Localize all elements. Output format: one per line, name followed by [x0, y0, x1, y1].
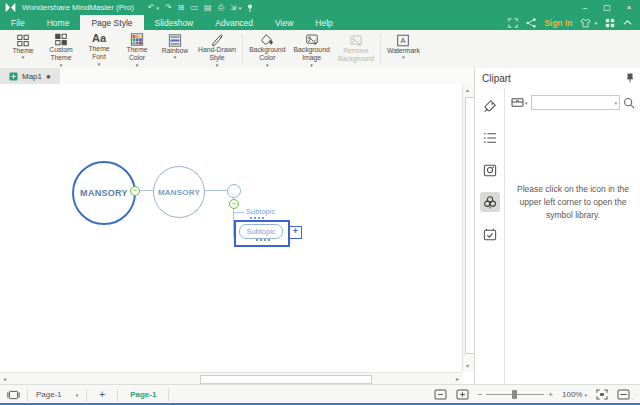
- svg-text:A: A: [401, 36, 406, 45]
- outline-list-icon[interactable]: [480, 128, 500, 148]
- save-icon[interactable]: ▤: [204, 3, 212, 12]
- subtopic-1-handle-dots: [250, 217, 264, 219]
- maximize-button[interactable]: ▢: [596, 0, 618, 15]
- category-caret-icon: ▾: [525, 100, 528, 106]
- hand-drawn-style-button[interactable]: Hand-DrawnStyle ▾: [194, 30, 240, 68]
- shirt-caret-icon[interactable]: ▾: [594, 20, 597, 26]
- main-topic-node[interactable]: MANSORY: [153, 166, 205, 218]
- subtopic-1-label[interactable]: Subtopic: [246, 207, 275, 216]
- watermark-button[interactable]: A Watermark ▾: [383, 30, 424, 68]
- apps-grid-icon[interactable]: [605, 18, 615, 28]
- theme-font-button[interactable]: Aa ThemeFont ▾: [80, 30, 118, 68]
- clipart-search-input[interactable]: [531, 95, 620, 110]
- menu-view[interactable]: View: [264, 15, 304, 30]
- tab-map1[interactable]: Map1 ●: [0, 68, 60, 84]
- zoom-slider-thumb[interactable]: [512, 390, 517, 399]
- zoom-level-control[interactable]: 100% ▾: [562, 390, 587, 399]
- scroll-left-icon[interactable]: ◂: [3, 376, 6, 382]
- theme-color-label-1: Theme: [126, 46, 147, 54]
- theme-icon: [16, 33, 30, 47]
- subtopic-2-selection-box[interactable]: Subtopic: [234, 220, 290, 247]
- rainbow-button[interactable]: Rainbow ▾: [156, 30, 194, 68]
- quick-access-toolbar: ↶ ▾ ↷ ⊞ ▭ ▤ ⎙ ⇲ ▾: [148, 3, 253, 13]
- export-icon[interactable]: ⇲: [230, 3, 237, 12]
- menu-home[interactable]: Home: [36, 15, 81, 30]
- menu-advanced[interactable]: Advanced: [204, 15, 264, 30]
- central-topic-node[interactable]: MANSORY: [72, 161, 136, 225]
- mindmap-canvas[interactable]: MANSORY − MANSORY − Subtopic Subtopic +: [0, 84, 462, 372]
- undo-caret-icon[interactable]: ▾: [157, 5, 160, 11]
- zoom-level-caret-icon: ▾: [584, 392, 587, 398]
- clipart-search-box: ▾: [531, 95, 620, 110]
- picture-library-icon[interactable]: [480, 160, 500, 180]
- share-icon[interactable]: [526, 18, 536, 28]
- pin-panel-icon[interactable]: [626, 73, 634, 83]
- undo-icon[interactable]: ↶: [148, 3, 155, 12]
- ribbon-toolbar: Theme ▾ CustomTheme ▾ Aa ThemeFont ▾ The…: [0, 30, 640, 69]
- task-library-icon[interactable]: [480, 224, 500, 244]
- close-button[interactable]: ×: [618, 0, 640, 15]
- watermark-caret-icon: ▾: [402, 55, 405, 61]
- title-bar: Wondershare MindMaster (Pro) ↶ ▾ ↷ ⊞ ▭ ▤…: [0, 0, 640, 15]
- fit-to-screen-icon[interactable]: [596, 389, 608, 400]
- status-bar: Page-1 ▾ + Page-1 − + 100% ▾ ⋰: [0, 384, 640, 404]
- background-image-button[interactable]: BackgroundImage ▾: [289, 30, 333, 68]
- collapse-ribbon-icon[interactable]: [623, 19, 632, 26]
- edge-subtopic1: [233, 212, 244, 213]
- sign-in-button[interactable]: Sign In: [544, 18, 572, 28]
- clipart-panel-title: Clipart: [482, 73, 511, 84]
- rainbow-icon: [168, 33, 182, 47]
- open-file-icon[interactable]: ▭: [191, 3, 199, 12]
- menu-help[interactable]: Help: [304, 15, 343, 30]
- subtopic-2-node[interactable]: Subtopic: [239, 224, 283, 239]
- export-caret-icon[interactable]: ▾: [239, 5, 242, 11]
- scroll-right-icon[interactable]: ▸: [456, 376, 459, 382]
- print-icon[interactable]: ⎙: [218, 3, 224, 13]
- page-selector[interactable]: Page-1 ▾: [28, 390, 86, 399]
- horizontal-scroll-thumb[interactable]: [200, 375, 372, 384]
- scroll-up-icon[interactable]: ▴: [466, 87, 469, 93]
- statusbar-divider: [168, 389, 169, 401]
- page-1-tab[interactable]: Page-1: [118, 385, 168, 404]
- theme-button[interactable]: Theme ▾: [4, 30, 42, 68]
- hide-panel-icon[interactable]: [617, 389, 630, 400]
- page-selector-caret-icon: ▾: [76, 392, 79, 398]
- add-subtopic-button[interactable]: +: [289, 226, 302, 239]
- scroll-down-icon[interactable]: ▾: [466, 363, 469, 369]
- clipart-category-icon[interactable]: ▾: [511, 97, 528, 108]
- theme-color-button[interactable]: ThemeColor ▾: [118, 30, 156, 68]
- redo-icon[interactable]: ↷: [165, 3, 172, 12]
- menu-page-style[interactable]: Page Style: [80, 15, 143, 30]
- branch-point-node[interactable]: [227, 184, 241, 198]
- pin-toolbar-icon[interactable]: [247, 4, 253, 12]
- background-color-icon: [260, 33, 274, 46]
- shirt-theme-icon[interactable]: [580, 18, 591, 28]
- menu-file[interactable]: File: [0, 15, 36, 30]
- zoom-in-button[interactable]: +: [548, 390, 553, 399]
- custom-theme-button[interactable]: CustomTheme ▾: [42, 30, 80, 68]
- background-color-button[interactable]: BackgroundColor ▾: [245, 30, 289, 68]
- minimize-button[interactable]: –: [574, 0, 596, 15]
- add-page-button[interactable]: +: [87, 389, 117, 400]
- ribbon-separator: [242, 34, 243, 64]
- zoom-level-value: 100%: [562, 390, 582, 399]
- tab-modified-dot[interactable]: ●: [46, 72, 51, 81]
- expand-map-icon[interactable]: [456, 389, 469, 400]
- zoom-slider-track[interactable]: [486, 394, 544, 395]
- collapse-map-icon[interactable]: [434, 389, 447, 400]
- expand-window-icon[interactable]: [508, 18, 518, 28]
- resize-grip[interactable]: ⋰: [632, 393, 639, 401]
- search-icon[interactable]: [623, 97, 635, 109]
- collapse-button-branch[interactable]: −: [229, 199, 239, 209]
- menu-slideshow[interactable]: Slideshow: [144, 15, 205, 30]
- mark-library-icon[interactable]: [480, 96, 500, 116]
- collapse-button-central[interactable]: −: [130, 186, 140, 196]
- background-image-icon: [305, 33, 319, 46]
- new-document-icon[interactable]: ⊞: [178, 3, 185, 12]
- tab-map1-label: Map1: [22, 72, 42, 81]
- page-selector-label: Page-1: [36, 390, 62, 399]
- search-dropdown-caret-icon[interactable]: ▾: [614, 100, 617, 106]
- slideshow-view-icon[interactable]: [0, 390, 27, 400]
- zoom-out-button[interactable]: −: [478, 390, 483, 399]
- clipart-library-icon[interactable]: [480, 192, 500, 212]
